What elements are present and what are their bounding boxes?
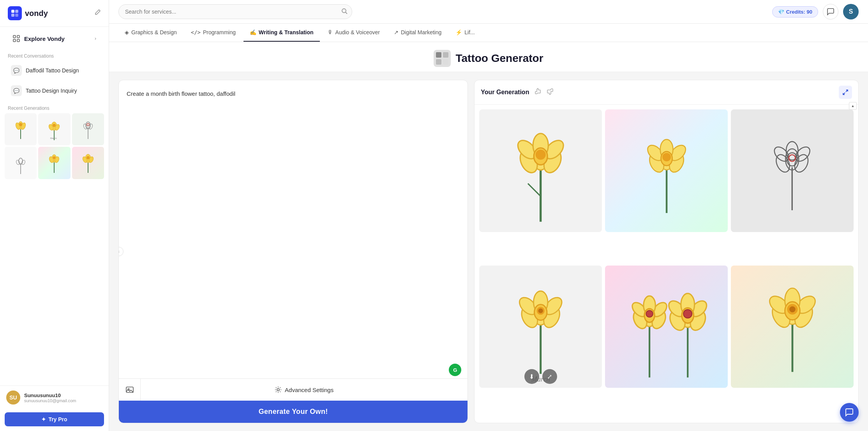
gen-thumbnail-1[interactable] (5, 113, 37, 145)
user-name: Sunuusunuu10 (24, 392, 102, 398)
conversation-item-1[interactable]: 💬 Daffodil Tattoo Design (3, 61, 106, 80)
tab-marketing[interactable]: ↗ Digital Marketing (388, 24, 448, 42)
search-input[interactable] (118, 4, 352, 19)
svg-point-38 (342, 9, 346, 13)
page-header-icon (434, 50, 451, 67)
expand-image-button-4[interactable]: ⤢ (542, 369, 557, 384)
scroll-up-button[interactable]: ▲ (849, 102, 857, 110)
gen-image-cell-3[interactable]: ⬇ ⤢ (731, 109, 854, 232)
svg-rect-3 (15, 14, 18, 17)
main-area: 💎 Credits: 90 S ◈ Graphics & Design </> … (109, 0, 868, 431)
expand-button[interactable] (839, 86, 852, 99)
edit-icon-button[interactable] (94, 9, 101, 18)
lifestyle-icon: ⚡ (455, 29, 462, 35)
right-panel: Your Generation (474, 80, 859, 423)
sparkle-icon: ✦ (41, 416, 46, 422)
expand-image-button-1[interactable]: ⤢ (542, 163, 557, 178)
svg-point-12 (19, 123, 22, 126)
tab-programming[interactable]: </> Programming (185, 24, 242, 42)
credits-badge[interactable]: 💎 Credits: 90 (772, 6, 818, 18)
gen-thumbnail-3[interactable] (72, 113, 104, 145)
svg-point-46 (277, 389, 279, 391)
svg-point-27 (21, 159, 26, 165)
conversation-item-2[interactable]: 💬 Tattoo Design Inquiry (3, 81, 106, 100)
gen-thumbnail-5[interactable] (38, 147, 70, 179)
gen-thumbnail-6[interactable] (72, 147, 104, 179)
expand-image-button-5[interactable]: ⤢ (668, 319, 683, 334)
gen-thumb-image-3 (72, 113, 104, 145)
svg-rect-6 (13, 39, 16, 42)
user-avatar-button[interactable]: S (843, 4, 859, 19)
image-upload-button[interactable] (119, 379, 141, 401)
chat-button[interactable] (823, 4, 838, 19)
conversation-icon-1: 💬 (11, 65, 22, 76)
gen-thumbnail-4[interactable] (5, 147, 37, 179)
explore-vondy-button[interactable]: Explore Vondy › (5, 30, 104, 47)
try-pro-button[interactable]: ✦ Try Pro (5, 412, 104, 426)
download-button-3[interactable]: ⬇ (776, 163, 791, 178)
svg-rect-1 (15, 10, 18, 13)
floating-chat-button[interactable] (840, 403, 859, 422)
thumbs-down-button[interactable] (545, 86, 555, 98)
svg-rect-43 (443, 59, 448, 65)
user-info: Sunuusunuu10 sunuusunuu10@gmail.com (24, 392, 102, 403)
page-header: Tattoo Generator (109, 42, 868, 72)
nav-tabs: ◈ Graphics & Design </> Programming ✍ Wr… (109, 24, 868, 42)
gen-image-cell-4[interactable]: March ⬇ ⤢ (479, 266, 602, 388)
gen-thumbnail-2[interactable]: March (38, 113, 70, 145)
recent-generations-title: Recent Generations (0, 101, 109, 113)
tab-graphics-label: Graphics & Design (131, 29, 177, 35)
svg-rect-41 (443, 52, 448, 58)
logo-text: vondy (25, 9, 48, 18)
expand-image-button-3[interactable]: ⤢ (794, 163, 809, 178)
advanced-settings-label: Advanced Settings (285, 387, 333, 393)
gen-image-cell-1[interactable]: ⬇ ⤢ (479, 109, 602, 232)
tab-lifestyle[interactable]: ⚡ Lif... (449, 24, 481, 42)
tab-marketing-label: Digital Marketing (401, 29, 441, 35)
cell-4-action-buttons: ⬇ ⤢ (524, 369, 557, 384)
svg-point-23 (87, 123, 89, 126)
tab-writing[interactable]: ✍ Writing & Translation (243, 24, 320, 42)
chevron-right-icon: › (95, 36, 96, 41)
tab-audio[interactable]: 🎙 Audio & Voiceover (321, 24, 386, 42)
writing-icon: ✍ (250, 29, 256, 35)
gen-thumb-image-5 (38, 147, 70, 179)
expand-image-button-2[interactable]: ⤢ (668, 163, 683, 178)
logo-icon (8, 6, 22, 20)
gen-image-cell-5[interactable]: ⬇ ⤢ (605, 266, 728, 388)
daffodil-image-4: March (485, 271, 596, 382)
gen-image-cell-2[interactable]: ⬇ ⤢ (605, 109, 728, 232)
download-button-6[interactable]: ⬇ (776, 319, 791, 334)
right-panel-header: Your Generation (475, 80, 858, 105)
generation-title: Your Generation (481, 89, 529, 96)
download-button-1[interactable]: ⬇ (524, 163, 539, 178)
tab-writing-label: Writing & Translation (259, 29, 314, 35)
svg-rect-40 (436, 52, 441, 58)
search-wrapper (118, 4, 352, 19)
conversation-label-1: Daffodil Tattoo Design (26, 67, 79, 74)
advanced-settings-button[interactable]: Advanced Settings (141, 380, 468, 399)
diamond-icon: 💎 (778, 9, 784, 15)
expand-image-button-6[interactable]: ⤢ (794, 319, 809, 334)
thumbs-up-button[interactable] (533, 86, 543, 98)
sidebar: vondy Explore Vondy › Recent Conversatio… (0, 0, 109, 431)
bottom-toolbar: Advanced Settings (119, 378, 468, 401)
tab-graphics[interactable]: ◈ Graphics & Design (118, 24, 183, 42)
grammarly-icon[interactable]: G (449, 364, 461, 376)
page-title: Tattoo Generator (455, 52, 543, 65)
audio-icon: 🎙 (328, 29, 333, 35)
thumbs-wrap (533, 86, 555, 98)
conversation-icon-2: 💬 (11, 85, 22, 96)
svg-point-26 (16, 159, 20, 165)
search-icon (341, 8, 348, 16)
gen-image-cell-6[interactable]: ⬇ ⤢ (731, 266, 854, 388)
svg-rect-42 (436, 59, 441, 65)
download-button-5[interactable]: ⬇ (650, 319, 665, 334)
topbar-actions: 💎 Credits: 90 S (772, 4, 859, 19)
generate-button[interactable]: Generate Your Own! (119, 401, 468, 423)
download-button-4[interactable]: ⬇ (524, 369, 539, 384)
recent-generations-grid: March (0, 113, 109, 179)
svg-point-84 (538, 308, 543, 313)
prompt-area[interactable]: Create a month birth flower tattoo, daff… (119, 80, 468, 378)
download-button-2[interactable]: ⬇ (650, 163, 665, 178)
